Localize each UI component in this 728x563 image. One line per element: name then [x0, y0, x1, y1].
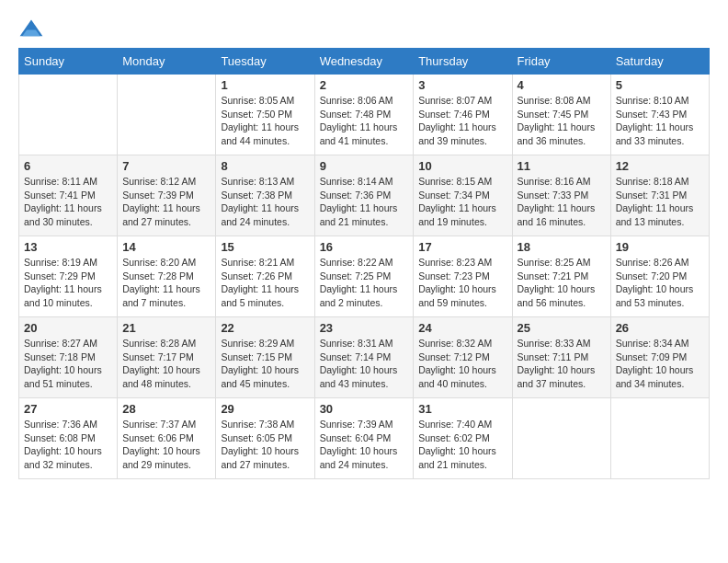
calendar-week-row: 13Sunrise: 8:19 AM Sunset: 7:29 PM Dayli…	[19, 236, 710, 317]
day-info: Sunrise: 7:40 AM Sunset: 6:02 PM Dayligh…	[418, 418, 506, 472]
day-info: Sunrise: 8:28 AM Sunset: 7:17 PM Dayligh…	[122, 337, 210, 391]
table-row: 3Sunrise: 8:07 AM Sunset: 7:46 PM Daylig…	[414, 75, 512, 155]
day-number: 7	[122, 159, 210, 173]
day-info: Sunrise: 8:27 AM Sunset: 7:18 PM Dayligh…	[24, 337, 112, 391]
day-info: Sunrise: 7:37 AM Sunset: 6:06 PM Dayligh…	[122, 418, 210, 472]
table-row: 29Sunrise: 7:38 AM Sunset: 6:05 PM Dayli…	[216, 398, 314, 479]
day-info: Sunrise: 8:32 AM Sunset: 7:12 PM Dayligh…	[418, 337, 506, 391]
day-number: 18	[518, 240, 606, 254]
day-number: 19	[616, 240, 704, 254]
table-row: 14Sunrise: 8:20 AM Sunset: 7:28 PM Dayli…	[118, 236, 216, 317]
day-info: Sunrise: 8:05 AM Sunset: 7:50 PM Dayligh…	[221, 94, 309, 148]
day-number: 21	[122, 321, 210, 335]
table-row: 1Sunrise: 8:05 AM Sunset: 7:50 PM Daylig…	[216, 75, 314, 155]
day-number: 8	[221, 159, 309, 173]
day-number: 6	[24, 159, 112, 173]
table-row: 4Sunrise: 8:08 AM Sunset: 7:45 PM Daylig…	[512, 75, 610, 155]
header	[18, 18, 710, 39]
col-friday: Friday	[512, 49, 610, 75]
table-row: 26Sunrise: 8:34 AM Sunset: 7:09 PM Dayli…	[610, 317, 709, 398]
day-number: 29	[221, 402, 309, 416]
table-row: 25Sunrise: 8:33 AM Sunset: 7:11 PM Dayli…	[512, 317, 610, 398]
calendar-table: Sunday Monday Tuesday Wednesday Thursday…	[18, 48, 710, 479]
day-info: Sunrise: 8:19 AM Sunset: 7:29 PM Dayligh…	[24, 256, 112, 310]
day-number: 12	[616, 159, 704, 173]
day-number: 5	[616, 78, 704, 92]
day-number: 30	[320, 402, 409, 416]
svg-marker-2	[25, 21, 38, 30]
day-number: 11	[518, 159, 606, 173]
day-number: 26	[616, 321, 704, 335]
day-number: 15	[221, 240, 309, 254]
day-number: 24	[418, 321, 506, 335]
day-number: 31	[418, 402, 506, 416]
day-number: 25	[518, 321, 606, 335]
day-number: 28	[122, 402, 210, 416]
day-number: 17	[418, 240, 506, 254]
day-info: Sunrise: 8:15 AM Sunset: 7:34 PM Dayligh…	[418, 175, 506, 229]
day-info: Sunrise: 8:11 AM Sunset: 7:41 PM Dayligh…	[24, 175, 112, 229]
day-info: Sunrise: 7:39 AM Sunset: 6:04 PM Dayligh…	[320, 418, 409, 472]
table-row: 22Sunrise: 8:29 AM Sunset: 7:15 PM Dayli…	[216, 317, 314, 398]
day-info: Sunrise: 8:31 AM Sunset: 7:14 PM Dayligh…	[320, 337, 409, 391]
day-info: Sunrise: 8:20 AM Sunset: 7:28 PM Dayligh…	[122, 256, 210, 310]
calendar-header-row: Sunday Monday Tuesday Wednesday Thursday…	[19, 49, 710, 75]
day-info: Sunrise: 8:07 AM Sunset: 7:46 PM Dayligh…	[418, 94, 506, 148]
logo-icon	[18, 18, 44, 39]
day-info: Sunrise: 8:34 AM Sunset: 7:09 PM Dayligh…	[616, 337, 704, 391]
day-info: Sunrise: 8:10 AM Sunset: 7:43 PM Dayligh…	[616, 94, 704, 148]
day-info: Sunrise: 8:13 AM Sunset: 7:38 PM Dayligh…	[221, 175, 309, 229]
table-row: 21Sunrise: 8:28 AM Sunset: 7:17 PM Dayli…	[118, 317, 216, 398]
table-row	[19, 75, 118, 155]
col-saturday: Saturday	[610, 49, 709, 75]
day-info: Sunrise: 8:25 AM Sunset: 7:21 PM Dayligh…	[518, 256, 606, 310]
day-info: Sunrise: 8:22 AM Sunset: 7:25 PM Dayligh…	[320, 256, 409, 310]
day-number: 9	[320, 159, 409, 173]
col-monday: Monday	[118, 49, 216, 75]
table-row: 11Sunrise: 8:16 AM Sunset: 7:33 PM Dayli…	[512, 155, 610, 236]
table-row: 17Sunrise: 8:23 AM Sunset: 7:23 PM Dayli…	[414, 236, 512, 317]
table-row: 5Sunrise: 8:10 AM Sunset: 7:43 PM Daylig…	[610, 75, 709, 155]
day-number: 14	[122, 240, 210, 254]
table-row: 27Sunrise: 7:36 AM Sunset: 6:08 PM Dayli…	[19, 398, 118, 479]
table-row: 28Sunrise: 7:37 AM Sunset: 6:06 PM Dayli…	[118, 398, 216, 479]
table-row: 16Sunrise: 8:22 AM Sunset: 7:25 PM Dayli…	[314, 236, 414, 317]
day-info: Sunrise: 8:29 AM Sunset: 7:15 PM Dayligh…	[221, 337, 309, 391]
table-row	[118, 75, 216, 155]
table-row: 6Sunrise: 8:11 AM Sunset: 7:41 PM Daylig…	[19, 155, 118, 236]
day-info: Sunrise: 7:36 AM Sunset: 6:08 PM Dayligh…	[24, 418, 112, 472]
day-info: Sunrise: 8:23 AM Sunset: 7:23 PM Dayligh…	[418, 256, 506, 310]
day-number: 1	[221, 78, 309, 92]
day-number: 27	[24, 402, 112, 416]
day-number: 16	[320, 240, 409, 254]
day-number: 4	[518, 78, 606, 92]
table-row	[512, 398, 610, 479]
calendar-week-row: 6Sunrise: 8:11 AM Sunset: 7:41 PM Daylig…	[19, 155, 710, 236]
table-row: 9Sunrise: 8:14 AM Sunset: 7:36 PM Daylig…	[314, 155, 414, 236]
day-info: Sunrise: 8:06 AM Sunset: 7:48 PM Dayligh…	[320, 94, 409, 148]
table-row: 12Sunrise: 8:18 AM Sunset: 7:31 PM Dayli…	[610, 155, 709, 236]
day-info: Sunrise: 8:26 AM Sunset: 7:20 PM Dayligh…	[616, 256, 704, 310]
col-tuesday: Tuesday	[216, 49, 314, 75]
day-number: 13	[24, 240, 112, 254]
table-row: 15Sunrise: 8:21 AM Sunset: 7:26 PM Dayli…	[216, 236, 314, 317]
table-row: 31Sunrise: 7:40 AM Sunset: 6:02 PM Dayli…	[414, 398, 512, 479]
table-row: 2Sunrise: 8:06 AM Sunset: 7:48 PM Daylig…	[314, 75, 414, 155]
day-number: 3	[418, 78, 506, 92]
day-info: Sunrise: 8:12 AM Sunset: 7:39 PM Dayligh…	[122, 175, 210, 229]
calendar-week-row: 1Sunrise: 8:05 AM Sunset: 7:50 PM Daylig…	[19, 75, 710, 155]
day-info: Sunrise: 7:38 AM Sunset: 6:05 PM Dayligh…	[221, 418, 309, 472]
table-row: 18Sunrise: 8:25 AM Sunset: 7:21 PM Dayli…	[512, 236, 610, 317]
day-info: Sunrise: 8:33 AM Sunset: 7:11 PM Dayligh…	[518, 337, 606, 391]
logo	[18, 18, 48, 39]
day-number: 10	[418, 159, 506, 173]
day-info: Sunrise: 8:16 AM Sunset: 7:33 PM Dayligh…	[518, 175, 606, 229]
table-row: 30Sunrise: 7:39 AM Sunset: 6:04 PM Dayli…	[314, 398, 414, 479]
table-row: 7Sunrise: 8:12 AM Sunset: 7:39 PM Daylig…	[118, 155, 216, 236]
day-info: Sunrise: 8:14 AM Sunset: 7:36 PM Dayligh…	[320, 175, 409, 229]
table-row: 20Sunrise: 8:27 AM Sunset: 7:18 PM Dayli…	[19, 317, 118, 398]
table-row: 13Sunrise: 8:19 AM Sunset: 7:29 PM Dayli…	[19, 236, 118, 317]
table-row: 19Sunrise: 8:26 AM Sunset: 7:20 PM Dayli…	[610, 236, 709, 317]
calendar-week-row: 20Sunrise: 8:27 AM Sunset: 7:18 PM Dayli…	[19, 317, 710, 398]
day-number: 22	[221, 321, 309, 335]
